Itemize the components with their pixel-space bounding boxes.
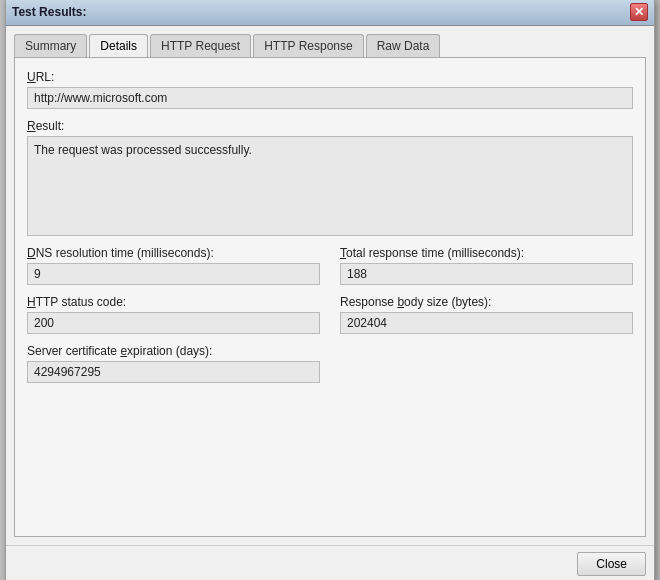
cert-label-pre: Server certificate [27, 344, 120, 358]
response-col: Total response time (milliseconds): 188 … [340, 246, 633, 393]
cert-value: 4294967295 [27, 361, 320, 383]
window-content: Summary Details HTTP Request HTTP Respon… [6, 26, 654, 545]
response-body-label: Response body size (bytes): [340, 295, 633, 309]
http-status-underline: H [27, 295, 36, 309]
main-window: Test Results: ✕ Summary Details HTTP Req… [5, 0, 655, 580]
response-body-label-pre: Response [340, 295, 397, 309]
total-response-label-rest: otal response time (milliseconds): [346, 246, 524, 260]
total-response-label: Total response time (milliseconds): [340, 246, 633, 260]
url-underline: U [27, 70, 36, 84]
http-status-value: 200 [27, 312, 320, 334]
response-body-field-group: Response body size (bytes): 202404 [340, 295, 633, 334]
url-field-group: URL: http://www.microsoft.com [27, 70, 633, 109]
result-label: Result: [27, 119, 633, 133]
window-title: Test Results: [12, 5, 86, 19]
cert-label-rest: xpiration (days): [127, 344, 212, 358]
url-label: URL: [27, 70, 633, 84]
dns-label: DNS resolution time (milliseconds): [27, 246, 320, 260]
tab-http-request[interactable]: HTTP Request [150, 34, 251, 57]
title-bar-controls: ✕ [630, 3, 648, 21]
tab-summary-label: Summary [25, 39, 76, 53]
response-body-value: 202404 [340, 312, 633, 334]
tab-raw-data[interactable]: Raw Data [366, 34, 441, 57]
dns-col: DNS resolution time (milliseconds): 9 HT… [27, 246, 320, 393]
dns-underline: D [27, 246, 36, 260]
window-close-button[interactable]: ✕ [630, 3, 648, 21]
http-status-label: HTTP status code: [27, 295, 320, 309]
bottom-bar: Close [6, 545, 654, 581]
result-value: The request was processed successfully. [27, 136, 633, 236]
tab-details-label: Details [100, 39, 137, 53]
http-status-label-rest: TTP status code: [36, 295, 127, 309]
url-label-rest: RL: [36, 70, 55, 84]
tab-summary[interactable]: Summary [14, 34, 87, 57]
window-close-icon: ✕ [634, 5, 644, 19]
result-field-group: Result: The request was processed succes… [27, 119, 633, 236]
tab-http-response[interactable]: HTTP Response [253, 34, 363, 57]
response-body-label-rest: ody size (bytes): [404, 295, 491, 309]
tab-content-details: URL: http://www.microsoft.com Result: Th… [14, 57, 646, 537]
http-status-field-group: HTTP status code: 200 [27, 295, 320, 334]
cert-label: Server certificate expiration (days): [27, 344, 320, 358]
tab-http-response-label: HTTP Response [264, 39, 352, 53]
total-response-value: 188 [340, 263, 633, 285]
dns-label-rest: NS resolution time (milliseconds): [36, 246, 214, 260]
dns-value: 9 [27, 263, 320, 285]
tab-details[interactable]: Details [89, 34, 148, 57]
tab-raw-data-label: Raw Data [377, 39, 430, 53]
title-bar: Test Results: ✕ [6, 0, 654, 26]
tab-bar: Summary Details HTTP Request HTTP Respon… [14, 34, 646, 57]
dns-field-group: DNS resolution time (milliseconds): 9 [27, 246, 320, 285]
close-button[interactable]: Close [577, 552, 646, 576]
tab-http-request-label: HTTP Request [161, 39, 240, 53]
cert-field-group: Server certificate expiration (days): 42… [27, 344, 320, 383]
total-response-field-group: Total response time (milliseconds): 188 [340, 246, 633, 285]
url-value: http://www.microsoft.com [27, 87, 633, 109]
metrics-grid: DNS resolution time (milliseconds): 9 HT… [27, 246, 633, 393]
result-underline: R [27, 119, 36, 133]
result-label-rest: esult: [36, 119, 65, 133]
